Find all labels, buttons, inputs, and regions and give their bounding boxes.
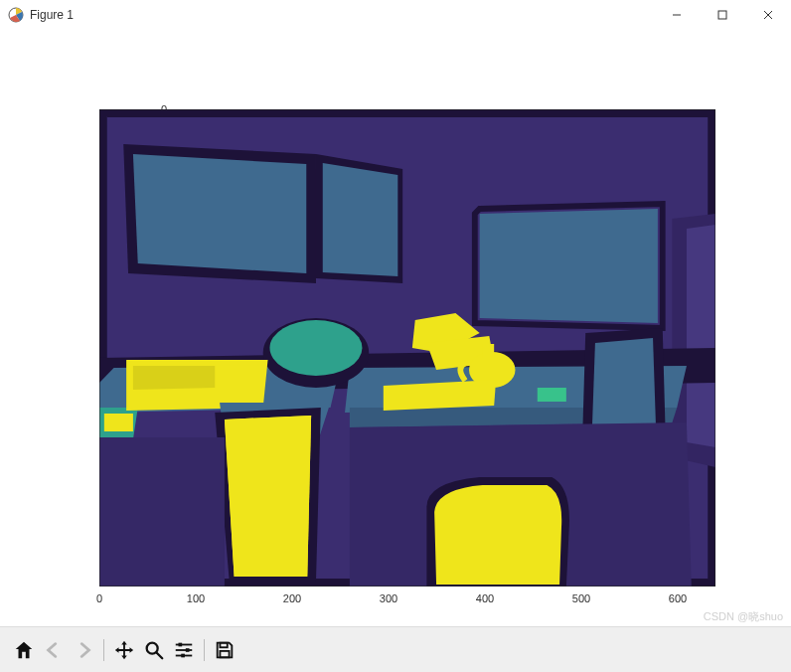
svg-point-25 (269, 320, 362, 376)
window-titlebar: Figure 1 (0, 0, 791, 30)
svg-rect-51 (220, 642, 227, 647)
matplotlib-app-icon (8, 7, 24, 23)
maximize-button[interactable] (700, 0, 745, 30)
close-button[interactable] (745, 0, 791, 30)
save-button[interactable] (211, 636, 238, 664)
svg-marker-10 (323, 163, 398, 276)
segmentation-image (99, 109, 715, 587)
xtick-label: 200 (283, 592, 301, 604)
figure-canvas[interactable]: 0 100 200 300 400 0 100 200 300 400 500 … (0, 30, 791, 626)
xtick-label: 400 (476, 592, 494, 604)
xtick-label: 300 (380, 592, 397, 604)
svg-rect-48 (179, 642, 183, 646)
window-controls (654, 0, 791, 30)
svg-marker-14 (687, 225, 715, 447)
svg-marker-11 (480, 209, 658, 323)
svg-rect-50 (181, 653, 185, 657)
minimize-button[interactable] (654, 0, 700, 30)
back-button[interactable] (40, 636, 68, 664)
xtick-label: 600 (669, 592, 687, 604)
svg-marker-28 (133, 366, 215, 390)
svg-marker-8 (133, 154, 306, 273)
svg-marker-40 (99, 437, 225, 587)
toolbar-separator (103, 639, 104, 661)
xtick-label: 100 (187, 592, 205, 604)
svg-rect-52 (220, 650, 229, 656)
xtick-label: 500 (572, 592, 590, 604)
svg-marker-41 (225, 416, 311, 577)
svg-rect-2 (718, 11, 726, 19)
svg-line-44 (157, 652, 163, 658)
window-title: Figure 1 (30, 8, 74, 22)
svg-rect-36 (483, 344, 495, 358)
svg-rect-38 (538, 388, 566, 402)
axes-image (99, 109, 715, 587)
zoom-button[interactable] (140, 636, 168, 664)
svg-rect-49 (186, 648, 190, 652)
toolbar-separator (204, 639, 205, 661)
csdn-watermark: CSDN @晓shuo (704, 609, 783, 624)
xtick-label: 0 (96, 592, 102, 604)
navigation-toolbar (0, 626, 791, 672)
svg-rect-29 (104, 414, 133, 431)
pan-button[interactable] (110, 636, 138, 664)
home-button[interactable] (10, 636, 38, 664)
forward-button[interactable] (70, 636, 97, 664)
configure-subplots-button[interactable] (170, 636, 198, 664)
